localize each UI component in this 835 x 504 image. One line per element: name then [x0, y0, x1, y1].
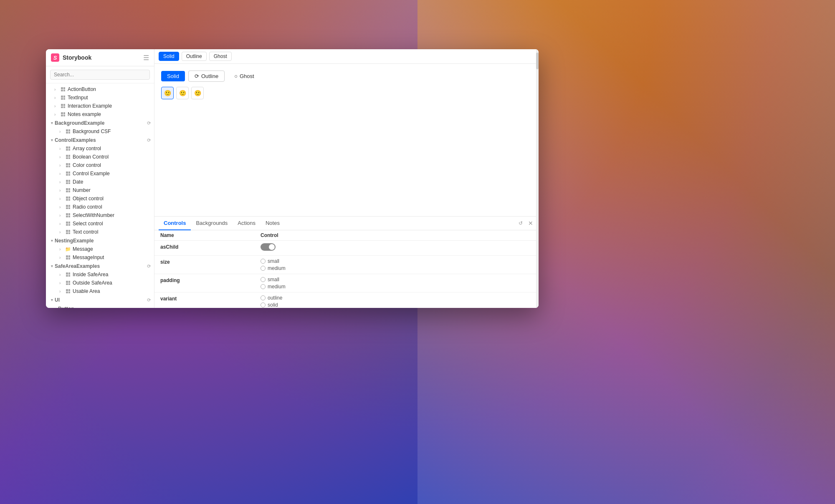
sidebar-subsection-label-button: Button [58, 306, 74, 308]
sidebar-item-inside-safearea[interactable]: › Inside SafeArea [46, 270, 154, 279]
sync-icon-safe: ⟳ [147, 264, 151, 269]
outline-recycle-icon: ⟳ [195, 73, 199, 79]
canvas-outline-button[interactable]: ⟳ Outline [188, 71, 225, 82]
panel-scrollbar[interactable] [536, 49, 539, 308]
canvas-solid-button[interactable]: Solid [161, 71, 185, 81]
toolbar-btn-solid[interactable]: Solid [159, 52, 179, 61]
sidebar-item-select-control[interactable]: › Select control [46, 219, 154, 228]
sidebar-item-notes-example[interactable]: › Notes example [46, 110, 154, 118]
sidebar-item-number[interactable]: › Number [46, 186, 154, 194]
sidebar-item-boolean-control[interactable]: › Boolean Control [46, 153, 154, 161]
tab-controls[interactable]: Controls [159, 217, 191, 230]
chevron-icon: › [54, 87, 58, 92]
radio-variant-outline[interactable]: outline [261, 295, 533, 301]
grid-icon-boolean [65, 154, 71, 160]
radio-variant-solid[interactable]: solid [261, 302, 533, 308]
sidebar-label-outside-safearea: Outside SafeArea [73, 280, 112, 286]
grid-icon-select [65, 221, 71, 227]
sidebar-item-radio-control[interactable]: › Radio control [46, 203, 154, 211]
toolbar-btn-outline[interactable]: Outline [182, 52, 207, 61]
sidebar-item-message[interactable]: › 📁 Message [46, 245, 154, 253]
search-input[interactable] [50, 70, 150, 80]
folder-icon-message: 📁 [65, 247, 71, 252]
sidebar-header: S Storybook ☰ [46, 49, 154, 66]
chevron-icon: › [59, 222, 63, 226]
sidebar-item-control-example[interactable]: › Control Example [46, 169, 154, 178]
chevron-icon: › [59, 180, 63, 184]
radio-dot-padding-small [261, 277, 266, 282]
sidebar-label-background-csf: Background CSF [73, 129, 111, 134]
grid-icon-actionbutton [60, 86, 66, 92]
bottom-panel: Controls Backgrounds Actions Notes ↺ ✕ N… [154, 216, 539, 308]
toolbar-btn-ghost[interactable]: Ghost [209, 52, 232, 61]
radio-dot-padding-medium [261, 284, 266, 289]
control-value-size: small medium [261, 258, 533, 271]
sidebar-subsection-button[interactable]: ▾ Button [46, 304, 154, 308]
sidebar-section-label-safe-area: SafeAreaExamples [55, 263, 100, 269]
sidebar-item-date[interactable]: › Date [46, 178, 154, 186]
tab-notes[interactable]: Notes [261, 217, 285, 230]
toggle-knob-aschild [269, 244, 275, 250]
sidebar-section-bg-example[interactable]: ▾ BackgroundExample ⟳ [46, 118, 154, 127]
sidebar-section-nesting[interactable]: ▾ NestingExample [46, 236, 154, 245]
radio-dot-size-small [261, 259, 266, 264]
sidebar-item-object-control[interactable]: › Object control [46, 194, 154, 203]
sidebar-item-array-control[interactable]: › Array control [46, 144, 154, 153]
sidebar-item-messageinput[interactable]: › MessageInput [46, 253, 154, 262]
radio-dot-size-medium [261, 266, 266, 271]
sidebar-label-number: Number [73, 187, 91, 193]
control-name-size: size [160, 258, 261, 265]
sync-icon-control: ⟳ [147, 138, 151, 143]
sidebar-item-usable-area[interactable]: › Usable Area [46, 287, 154, 295]
menu-icon[interactable]: ☰ [143, 54, 149, 62]
canvas-icon-btn-2[interactable]: 🙂 [191, 87, 204, 99]
tab-backgrounds[interactable]: Backgrounds [191, 217, 233, 230]
radio-label-size-small: small [268, 258, 279, 264]
radio-padding-medium[interactable]: medium [261, 284, 533, 290]
radio-label-variant-solid: solid [268, 302, 278, 308]
radio-label-padding-medium: medium [268, 284, 286, 290]
chevron-icon: › [59, 230, 63, 234]
radio-padding-small[interactable]: small [261, 277, 533, 282]
canvas-icon-btn-1[interactable]: 🙂 [176, 87, 189, 99]
chevron-icon: › [59, 171, 63, 176]
canvas-icon-btn-active[interactable]: 🙂 [161, 87, 174, 99]
radio-label-variant-outline: outline [268, 295, 282, 301]
control-row-size: size small medium [154, 256, 539, 274]
subsection-chevron-icon: ▾ [54, 307, 56, 308]
radio-size-medium[interactable]: medium [261, 265, 533, 271]
sidebar-label-radio-control: Radio control [73, 204, 102, 210]
sidebar-item-textinput[interactable]: › TextInput [46, 93, 154, 102]
sidebar-section-safe-area[interactable]: ▾ SafeAreaExamples ⟳ [46, 262, 154, 270]
sidebar-item-text-control[interactable]: › Text control [46, 228, 154, 236]
reset-controls-button[interactable]: ↺ [517, 219, 524, 227]
canvas-button-row: Solid ⟳ Outline ○ Ghost [161, 71, 532, 82]
tab-actions[interactable]: Actions [233, 217, 261, 230]
controls-col-name: Name [160, 232, 261, 238]
canvas-ghost-button[interactable]: ○ Ghost [228, 71, 261, 82]
grid-icon-bg-csf [65, 129, 71, 134]
grid-icon-messageinput [65, 255, 71, 260]
sidebar-item-color-control[interactable]: › Color control [46, 161, 154, 169]
sidebar-item-interaction-example[interactable]: › Interaction Example [46, 102, 154, 110]
sidebar-item-background-csf[interactable]: › Background CSF [46, 127, 154, 136]
sidebar-label-actionbutton: ActionButton [68, 86, 96, 92]
control-value-aschild [261, 243, 533, 251]
storybook-window: S Storybook ☰ › ActionButton › [46, 49, 539, 308]
grid-icon-textinput [60, 95, 66, 101]
radio-dot-variant-outline [261, 295, 266, 300]
chevron-icon: › [59, 129, 63, 134]
sidebar-section-control-examples[interactable]: ▾ ControlExamples ⟳ [46, 136, 154, 144]
canvas-area: Solid ⟳ Outline ○ Ghost 🙂 🙂 [154, 64, 539, 216]
section-chevron-icon: ▾ [51, 264, 53, 268]
radio-size-small[interactable]: small [261, 258, 533, 264]
close-panel-button[interactable]: ✕ [527, 219, 534, 227]
toggle-aschild[interactable] [261, 243, 276, 251]
sidebar-item-actionbutton[interactable]: › ActionButton [46, 85, 154, 93]
sidebar-item-outside-safearea[interactable]: › Outside SafeArea [46, 279, 154, 287]
control-value-variant: outline solid [261, 295, 533, 308]
sidebar-section-ui[interactable]: ▾ UI ⟳ [46, 295, 154, 304]
grid-icon-notes [60, 111, 66, 117]
grid-icon-usable [65, 288, 71, 294]
sidebar-item-select-with-number[interactable]: › SelectWithNumber [46, 211, 154, 219]
